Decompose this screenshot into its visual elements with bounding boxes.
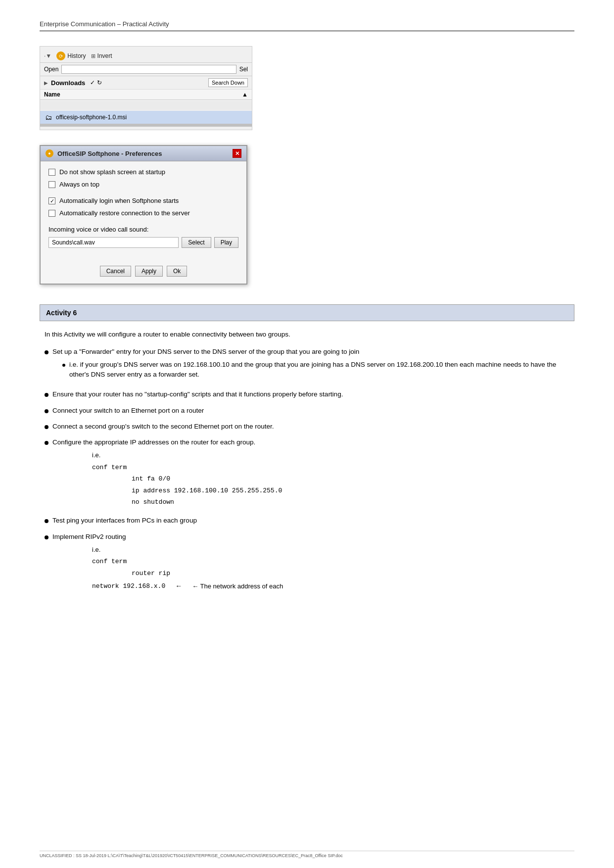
option3-checkbox[interactable] (48, 197, 55, 204)
option2-row: Always on top (48, 181, 238, 188)
explorer-address-bar: Open Sel (40, 63, 252, 76)
explorer-nav-bar: ▶ Downloads ✓ ↻ Search Down (40, 76, 252, 90)
sound-row: Select Play (48, 237, 238, 248)
bullet-text-1: Set up a "Forwarder" entry for your DNS … (52, 348, 359, 355)
arrow-icon: ← (175, 581, 182, 591)
code-block-2: i.e. conf term router rip (92, 544, 283, 579)
sel-label: Sel (239, 66, 248, 73)
bullet-item-6: Test ping your interfaces from PCs in ea… (45, 516, 574, 526)
bullet-dot-1 (45, 350, 48, 354)
bullet-dot-2 (45, 393, 48, 397)
checkmark-icon: ✓ (90, 79, 95, 86)
column-name-label: Name (44, 91, 60, 98)
dialog-titlebar: ● OfficeSIP Softphone - Preferences ✕ (41, 146, 246, 161)
code-line-1-3: ip address 192.168.100.10 255.255.255.0 (92, 485, 282, 496)
invert-icon: ⊞ (91, 53, 95, 59)
bullet-text-3: Connect your switch to an Ethernet port … (52, 406, 204, 416)
sort-arrow-icon: ▲ (242, 91, 248, 98)
dialog-separator2 (48, 222, 238, 226)
sub-bullet-item-1-1: i.e. if your group's DNS server was on 1… (62, 360, 574, 380)
sub-bullet-dot-1-1 (62, 364, 65, 367)
code-line-2-1: conf term (92, 556, 283, 567)
main-bullet-list: Set up a "Forwarder" entry for your DNS … (45, 347, 574, 591)
explorer-toolbar: ·▼ ⟳ History ⊞ Invert (40, 49, 252, 63)
select-button[interactable]: Select (182, 237, 211, 248)
open-label: Open (44, 66, 58, 73)
page-footer: UNCLASSIFIED : SS 18-Jul-2019 L:\CA\T\Te… (40, 851, 574, 858)
dialog-title: ● OfficeSIP Softphone - Preferences (46, 149, 162, 157)
bullet-dot-3 (45, 409, 48, 413)
bullet-dot-6 (45, 519, 48, 523)
code-line-1-2: int fa 0/0 (92, 473, 282, 484)
option1-row: Do not show splash screen at startup (48, 168, 238, 176)
bullet-dot-5 (45, 441, 48, 445)
ok-button[interactable]: Ok (167, 266, 187, 277)
bullet-item-2: Ensure that your router has no "startup-… (45, 389, 574, 399)
activity-section: Activity 6 In this Activity we will conf… (40, 304, 574, 591)
bullet-item-3: Connect your switch to an Ethernet port … (45, 406, 574, 416)
bullet-item-7: Implement RIPv2 routing i.e. conf term r… (45, 532, 574, 591)
preferences-dialog: ● OfficeSIP Softphone - Preferences ✕ Do… (40, 145, 247, 285)
invert-label: Invert (97, 52, 112, 59)
footer-text: UNCLASSIFIED : SS 18-Jul-2019 L:\CA\T\Te… (40, 853, 343, 858)
explorer-invert-btn: ⊞ Invert (91, 52, 112, 59)
bullet-text-4: Connect a second group's switch to the s… (52, 422, 274, 432)
bullet-dot-4 (45, 425, 48, 429)
activity-heading: Activity 6 (40, 304, 574, 321)
option2-checkbox[interactable] (48, 181, 55, 188)
network-note: ← The network address of each (192, 581, 283, 591)
bullet-text-6: Test ping your interfaces from PCs in ea… (52, 516, 197, 526)
expand-arrow-icon: ▶ (44, 80, 48, 86)
dialog-footer: Cancel Apply Ok (41, 262, 246, 284)
code-line-1-1: conf term (92, 462, 282, 473)
option4-row: Automatically restore connection to the … (48, 209, 238, 217)
refresh-icon: ↻ (97, 79, 102, 86)
activity-body: In this Activity we will configure a rou… (40, 329, 574, 591)
option2-label: Always on top (59, 181, 99, 188)
bullet-content-1: Set up a "Forwarder" entry for your DNS … (52, 347, 574, 384)
bullet-item-4: Connect a second group's switch to the s… (45, 422, 574, 432)
sound-path-input[interactable] (48, 237, 179, 248)
page-header: Enterprise Communication – Practical Act… (40, 20, 574, 31)
history-icon: ⟳ (56, 51, 65, 60)
bullet-item-1: Set up a "Forwarder" entry for your DNS … (45, 347, 574, 384)
downloads-row: ▶ Downloads (44, 79, 85, 87)
code-line-1-4: no shutdown (92, 496, 282, 508)
page-title: Enterprise Communication – Practical Act… (40, 20, 169, 28)
msi-file-icon: 🗂 (44, 113, 53, 122)
bullet-item-5: Configure the appropriate IP addresses o… (45, 437, 574, 510)
hidden-file-row (40, 101, 252, 110)
option1-label: Do not show splash screen at startup (59, 168, 165, 176)
bullet-text-7: Implement RIPv2 routing (52, 533, 126, 540)
cancel-button[interactable]: Cancel (100, 266, 131, 277)
dialog-close-button[interactable]: ✕ (233, 149, 241, 158)
nav-controls: ✓ ↻ (90, 79, 102, 86)
explorer-history-btn: ⟳ History (56, 51, 86, 60)
code-block-1: i.e. conf term int fa 0/0 ip address 192… (92, 449, 282, 508)
history-label: History (67, 52, 86, 59)
option4-checkbox[interactable] (48, 210, 55, 217)
network-code: network 192.168.x.0 (92, 581, 165, 591)
file-row[interactable]: 🗂 officesip-softphone-1.0.msi (40, 111, 252, 124)
sound-label: Incoming voice or video call sound: (48, 226, 238, 233)
dialog-body: Do not show splash screen at startup Alw… (41, 161, 246, 262)
explorer-back-btn: ·▼ (44, 52, 51, 59)
sub-bullet-list-1: i.e. if your group's DNS server was on 1… (52, 360, 574, 380)
play-button[interactable]: Play (214, 237, 238, 248)
search-box[interactable]: Search Down (208, 78, 248, 87)
apply-button[interactable]: Apply (135, 266, 163, 277)
bullet-text-5: Configure the appropriate IP addresses o… (52, 438, 255, 446)
option4-label: Automatically restore connection to the … (59, 209, 190, 217)
downloads-label: Downloads (51, 79, 85, 87)
option1-checkbox[interactable] (48, 169, 55, 176)
bullet-text-2: Ensure that your router has no "startup-… (52, 389, 343, 399)
file-explorer-screenshot: ·▼ ⟳ History ⊞ Invert Open Sel ▶ Downloa… (40, 46, 252, 130)
search-placeholder: Search Down (212, 80, 244, 86)
bullet-content-5: Configure the appropriate IP addresses o… (52, 437, 282, 510)
explorer-column-header: Name ▲ (40, 90, 252, 100)
network-line: network 192.168.x.0 ← ← The network addr… (92, 581, 283, 591)
bullet-content-7: Implement RIPv2 routing i.e. conf term r… (52, 532, 283, 591)
dialog-title-icon: ● (46, 149, 53, 157)
dialog-separator1 (48, 193, 238, 197)
option3-row: Automatically login when Softphone start… (48, 197, 238, 204)
